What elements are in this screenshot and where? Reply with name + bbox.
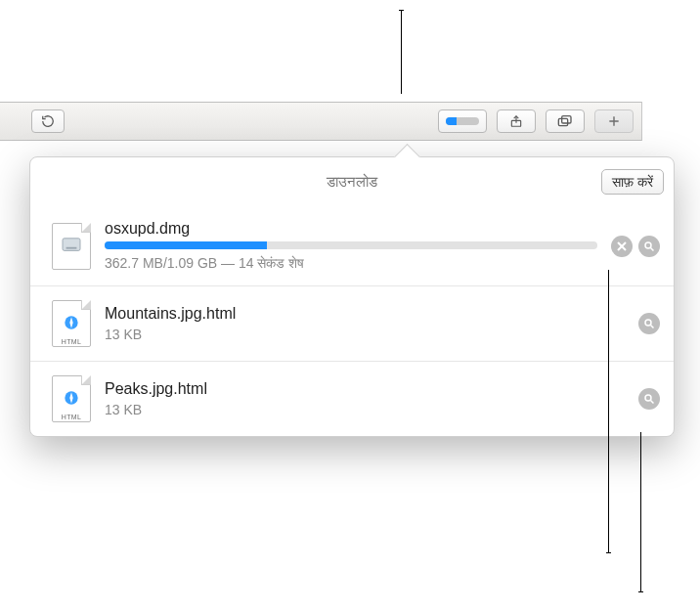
callout-line-cancel-button: [608, 270, 609, 553]
download-status: 13 KB: [105, 402, 625, 417]
disk-image-icon: [61, 237, 82, 254]
svg-point-11: [645, 395, 651, 401]
close-icon: [617, 241, 627, 251]
cancel-download-button[interactable]: [611, 236, 633, 257]
file-icon-html: HTML: [52, 300, 91, 347]
svg-rect-2: [562, 116, 571, 123]
downloads-popover: डाउनलोड साफ़ करें osxupd.dmg: [29, 156, 675, 437]
download-row[interactable]: osxupd.dmg 362.7 MB/1.09 GB — 14 सेकंड श…: [30, 206, 674, 285]
file-icon-html: HTML: [52, 375, 91, 422]
browser-toolbar: [0, 102, 641, 141]
download-status: 362.7 MB/1.09 GB — 14 सेकंड शेष: [105, 255, 597, 272]
share-button[interactable]: [497, 109, 536, 133]
download-status: 13 KB: [105, 327, 625, 342]
reveal-in-finder-button[interactable]: [638, 236, 660, 257]
reveal-in-finder-button[interactable]: [638, 313, 660, 334]
share-icon: [509, 114, 523, 128]
magnifying-glass-icon: [643, 240, 655, 252]
new-tab-button[interactable]: [594, 109, 634, 133]
file-extension-label: HTML: [52, 414, 91, 420]
svg-rect-1: [558, 118, 567, 125]
svg-point-5: [645, 242, 651, 248]
popover-title: डाउनलोड: [327, 173, 377, 191]
reload-button[interactable]: [31, 109, 65, 133]
file-extension-label: HTML: [52, 338, 91, 345]
tabs-icon: [557, 114, 573, 128]
file-icon-dmg: [52, 223, 91, 270]
downloads-progress-fill: [446, 117, 457, 125]
download-filename: osxupd.dmg: [105, 220, 597, 238]
download-filename: Peaks.jpg.html: [105, 380, 625, 398]
downloads-list: osxupd.dmg 362.7 MB/1.09 GB — 14 सेकंड श…: [30, 206, 674, 436]
show-tabs-button[interactable]: [546, 109, 585, 133]
magnifying-glass-icon: [643, 393, 655, 405]
download-filename: Mountains.jpg.html: [105, 305, 625, 323]
download-progress-fill: [105, 241, 267, 249]
downloads-button[interactable]: [438, 109, 487, 133]
downloads-progress-icon: [446, 117, 479, 125]
callout-line-downloads-button: [401, 10, 402, 94]
toolbar-edge: [641, 102, 642, 141]
download-progress-bar: [105, 241, 597, 249]
reload-icon: [41, 114, 55, 128]
reveal-in-finder-button[interactable]: [638, 388, 660, 410]
safari-doc-icon: [62, 388, 81, 408]
download-row[interactable]: HTML Peaks.jpg.html 13 KB: [30, 361, 674, 436]
callout-line-reveal-button: [640, 432, 641, 592]
download-row[interactable]: HTML Mountains.jpg.html 13 KB: [30, 285, 674, 361]
magnifying-glass-icon: [643, 318, 655, 329]
plus-icon: [607, 114, 621, 128]
svg-point-8: [645, 320, 651, 326]
clear-button[interactable]: साफ़ करें: [601, 169, 664, 195]
svg-rect-4: [66, 246, 77, 248]
popover-header: डाउनलोड साफ़ करें: [30, 157, 674, 206]
safari-doc-icon: [62, 313, 81, 332]
